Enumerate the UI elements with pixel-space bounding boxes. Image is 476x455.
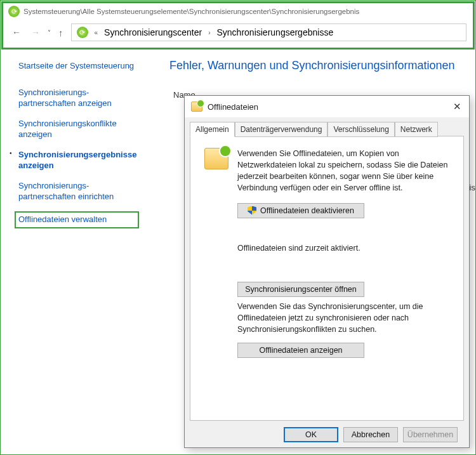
button-label: Offlinedateien deaktivieren <box>260 206 354 215</box>
button-label: Synchronisierungscenter öffnen <box>245 285 357 294</box>
chevron-left-icon: « <box>95 29 98 36</box>
dialog-tabstrip: Allgemein Datenträgerverwendung Verschlü… <box>190 121 464 136</box>
shield-icon <box>248 206 256 215</box>
sidebar-item-conflicts[interactable]: Synchronisierungskonflikte anzeigen <box>18 118 152 140</box>
dialog-titlebar: Offlinedateien ✕ <box>185 96 469 117</box>
cancel-button[interactable]: Abbrechen <box>343 427 398 442</box>
button-label: Offlinedateien anzeigen <box>259 346 342 355</box>
offline-status-text: Offlinedateien sind zurzeit aktiviert. <box>237 244 449 253</box>
general-description: Verwenden Sie Offlinedateien, um Kopien … <box>237 148 449 194</box>
navigation-toolbar: ← → ˅ ↑ ⟳ « Synchronisierungscenter › Sy… <box>3 18 473 48</box>
tab-disk-usage[interactable]: Datenträgerverwendung <box>235 122 328 137</box>
breadcrumb-level-1[interactable]: Synchronisierungscenter <box>104 27 202 37</box>
back-button[interactable]: ← <box>10 26 23 39</box>
chevron-right-icon: › <box>208 29 210 36</box>
address-breadcrumb[interactable]: ⟳ « Synchronisierungscenter › Synchronis… <box>71 23 467 41</box>
open-sync-center-button[interactable]: Synchronisierungscenter öffnen <box>237 282 364 297</box>
sidebar: Startseite der Systemsteuerung Synchroni… <box>1 50 164 242</box>
truncated-partial-text: is <box>470 183 475 192</box>
sync-center-description: Verwenden Sie das Synchronisierungscente… <box>237 301 449 335</box>
sidebar-home[interactable]: Startseite der Systemsteuerung <box>18 60 152 72</box>
folder-sync-icon <box>204 148 228 169</box>
breadcrumb-level-2[interactable]: Synchronisierungsergebnisse <box>217 27 334 37</box>
ok-button[interactable]: OK <box>284 427 338 442</box>
folder-sync-icon <box>191 102 202 112</box>
path-text: Systemsteuerung\Alle Systemsteuerungsele… <box>23 8 359 15</box>
deactivate-offline-files-button[interactable]: Offlinedateien deaktivieren <box>237 203 364 218</box>
sidebar-item-partnerships-view[interactable]: Synchronisierungs- partnerschaften anzei… <box>18 87 152 109</box>
page-title: Fehler, Warnungen und Synchronisierungsi… <box>169 59 473 72</box>
sidebar-item-manage-offline[interactable]: Offlinedateien verwalten <box>18 214 134 225</box>
apply-button[interactable]: Übernehmen <box>403 427 458 442</box>
dialog-button-row: OK Abbrechen Übernehmen <box>190 421 464 442</box>
sidebar-item-results[interactable]: Synchronisierungsergebnisse anzeigen <box>18 149 152 171</box>
offline-files-dialog: Offlinedateien ✕ Allgemein Datenträgerve… <box>184 95 470 448</box>
sync-icon: ⟳ <box>8 6 20 17</box>
dialog-body: Allgemein Datenträgerverwendung Verschlü… <box>185 117 469 447</box>
tab-network[interactable]: Netzwerk <box>395 122 438 137</box>
history-dropdown[interactable]: ˅ <box>48 29 51 36</box>
explorer-path-bar: ⟳ Systemsteuerung\Alle Systemsteuerungse… <box>3 3 473 18</box>
top-highlight-region: ⟳ Systemsteuerung\Alle Systemsteuerungse… <box>1 1 475 49</box>
view-offline-files-button[interactable]: Offlinedateien anzeigen <box>237 343 364 358</box>
sync-icon: ⟳ <box>77 27 88 38</box>
tab-general[interactable]: Allgemein <box>190 122 235 137</box>
tab-panel-general: Verwenden Sie Offlinedateien, um Kopien … <box>190 136 464 421</box>
sidebar-item-partnerships-setup[interactable]: Synchronisierungs- partnerschaften einri… <box>18 180 152 202</box>
up-button[interactable]: ↑ <box>56 26 66 39</box>
tab-encryption[interactable]: Verschlüsselung <box>327 122 394 137</box>
close-button[interactable]: ✕ <box>452 101 463 112</box>
forward-button[interactable]: → <box>29 26 43 39</box>
dialog-title-text: Offlinedateien <box>208 102 258 112</box>
